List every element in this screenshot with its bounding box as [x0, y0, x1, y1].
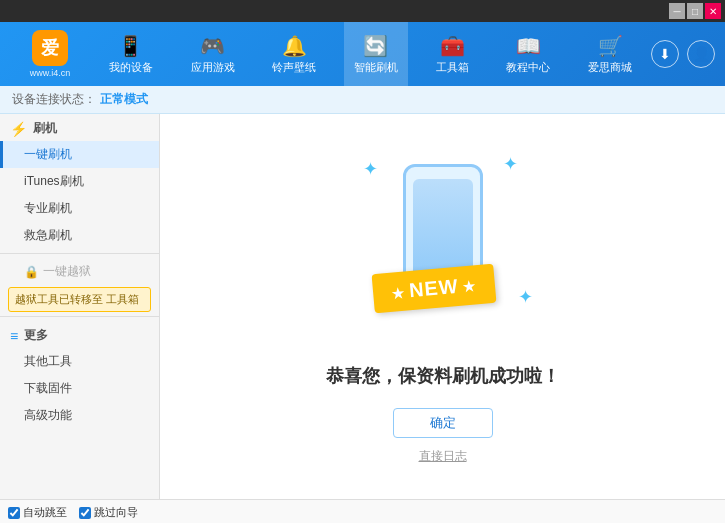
- sidebar-item-one-click-flash[interactable]: 一键刷机: [0, 141, 159, 168]
- logo-url: www.i4.cn: [30, 68, 71, 78]
- go-again-link[interactable]: 直接日志: [419, 448, 467, 465]
- sidebar-note-jailbreak: 越狱工具已转移至 工具箱: [8, 287, 151, 312]
- sidebar-item-itunes-flash[interactable]: iTunes刷机: [0, 168, 159, 195]
- sidebar-item-download-fw[interactable]: 下载固件: [0, 375, 159, 402]
- nav-right: ⬇ 👤: [651, 40, 715, 68]
- lock-icon: 🔒: [24, 265, 39, 279]
- nav-label-toolbox: 工具箱: [436, 60, 469, 75]
- sidebar-divider-2: [0, 316, 159, 317]
- sparkle-1: ✦: [363, 158, 378, 180]
- auto-jump-checkbox[interactable]: 自动跳至: [8, 505, 67, 520]
- auto-jump-label: 自动跳至: [23, 505, 67, 520]
- nav-icon-shop: 🛒: [598, 34, 623, 58]
- nav-item-toolbox[interactable]: 🧰工具箱: [426, 22, 479, 86]
- title-bar: ─ □ ✕: [0, 0, 725, 22]
- sidebar-section-flash: ⚡ 刷机: [0, 114, 159, 141]
- jailbreak-label: 一键越狱: [43, 263, 91, 280]
- more-section-icon: ≡: [10, 328, 18, 344]
- nav-icon-my-device: 📱: [118, 34, 143, 58]
- sidebar-item-pro-flash[interactable]: 专业刷机: [0, 195, 159, 222]
- nav-item-smart-flash[interactable]: 🔄智能刷机: [344, 22, 408, 86]
- via-guide-label: 跳过向导: [94, 505, 138, 520]
- bottom-area: 自动跳至 跳过向导 📱 iPhone 12 mini 64GB Down-12m…: [0, 499, 725, 523]
- sidebar: ⚡ 刷机 一键刷机 iTunes刷机 专业刷机 救急刷机 🔒 一键越狱 越狱工具…: [0, 114, 160, 499]
- hero-graphic: ✦ ✦ ✦ NEW: [343, 148, 543, 348]
- flash-section-icon: ⚡: [10, 121, 27, 137]
- confirm-button[interactable]: 确定: [393, 408, 493, 438]
- status-label: 设备连接状态：: [12, 91, 96, 108]
- nav-icon-smart-flash: 🔄: [363, 34, 388, 58]
- nav-label-ringtones: 铃声壁纸: [272, 60, 316, 75]
- nav-label-tutorial: 教程中心: [506, 60, 550, 75]
- nav-item-shop[interactable]: 🛒爱思商城: [578, 22, 642, 86]
- minimize-button[interactable]: ─: [669, 3, 685, 19]
- sparkle-2: ✦: [503, 153, 518, 175]
- checkbox-row: 自动跳至 跳过向导: [0, 500, 725, 523]
- main-layout: ⚡ 刷机 一键刷机 iTunes刷机 专业刷机 救急刷机 🔒 一键越狱 越狱工具…: [0, 114, 725, 499]
- nav-icon-ringtones: 🔔: [282, 34, 307, 58]
- more-section-label: 更多: [24, 327, 48, 344]
- nav-item-app-games[interactable]: 🎮应用游戏: [181, 22, 245, 86]
- nav-item-ringtones[interactable]: 🔔铃声壁纸: [262, 22, 326, 86]
- nav-item-my-device[interactable]: 📱我的设备: [99, 22, 163, 86]
- header: 爱 www.i4.cn 📱我的设备🎮应用游戏🔔铃声壁纸🔄智能刷机🧰工具箱📖教程中…: [0, 22, 725, 86]
- nav-items: 📱我的设备🎮应用游戏🔔铃声壁纸🔄智能刷机🧰工具箱📖教程中心🛒爱思商城: [90, 22, 651, 86]
- user-button[interactable]: 👤: [687, 40, 715, 68]
- nav-label-shop: 爱思商城: [588, 60, 632, 75]
- logo[interactable]: 爱 www.i4.cn: [10, 30, 90, 78]
- status-bar: 设备连接状态： 正常模式: [0, 86, 725, 114]
- maximize-button[interactable]: □: [687, 3, 703, 19]
- via-guide-checkbox[interactable]: 跳过向导: [79, 505, 138, 520]
- nav-icon-toolbox: 🧰: [440, 34, 465, 58]
- logo-icon: 爱: [32, 30, 68, 66]
- nav-label-my-device: 我的设备: [109, 60, 153, 75]
- via-guide-input[interactable]: [79, 507, 91, 519]
- sidebar-divider-1: [0, 253, 159, 254]
- sparkle-3: ✦: [518, 286, 533, 308]
- nav-label-smart-flash: 智能刷机: [354, 60, 398, 75]
- nav-item-tutorial[interactable]: 📖教程中心: [496, 22, 560, 86]
- nav-icon-tutorial: 📖: [516, 34, 541, 58]
- close-button[interactable]: ✕: [705, 3, 721, 19]
- phone-screen: [413, 179, 473, 279]
- sidebar-disabled-jailbreak: 🔒 一键越狱: [0, 258, 159, 285]
- new-ribbon: NEW: [371, 264, 496, 313]
- status-value: 正常模式: [100, 91, 148, 108]
- content-area: ✦ ✦ ✦ NEW 恭喜您，保资料刷机成功啦！ 确定 直接日志: [160, 114, 725, 499]
- nav-icon-app-games: 🎮: [200, 34, 225, 58]
- auto-jump-input[interactable]: [8, 507, 20, 519]
- nav-label-app-games: 应用游戏: [191, 60, 235, 75]
- download-button[interactable]: ⬇: [651, 40, 679, 68]
- sidebar-item-other-tools[interactable]: 其他工具: [0, 348, 159, 375]
- sidebar-item-save-flash[interactable]: 救急刷机: [0, 222, 159, 249]
- sidebar-item-advanced[interactable]: 高级功能: [0, 402, 159, 429]
- flash-section-label: 刷机: [33, 120, 57, 137]
- success-message: 恭喜您，保资料刷机成功啦！: [326, 364, 560, 388]
- sidebar-section-more: ≡ 更多: [0, 321, 159, 348]
